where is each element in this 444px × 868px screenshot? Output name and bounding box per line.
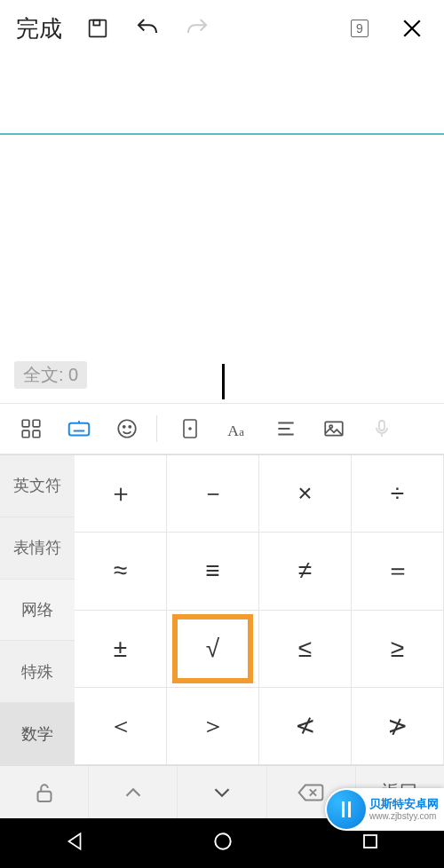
svg-point-9: [129, 426, 131, 428]
svg-rect-5: [33, 430, 40, 438]
format-toolbar: Aa: [0, 403, 444, 454]
watermark-title: 贝斯特安卓网: [369, 798, 439, 810]
nav-recent-icon[interactable]: [360, 831, 381, 856]
svg-text:a: a: [239, 426, 244, 438]
svg-rect-0: [90, 20, 107, 37]
chevron-up-icon[interactable]: [89, 766, 178, 818]
key-4[interactable]: ≈: [75, 533, 167, 610]
key-7[interactable]: ＝: [352, 533, 444, 610]
svg-point-18: [215, 833, 230, 848]
image-icon[interactable]: [310, 417, 358, 440]
watermark-badge: 贝斯特安卓网 www.zjbstyy.com: [325, 788, 444, 831]
key-8[interactable]: ±: [75, 611, 167, 688]
svg-rect-6: [69, 423, 90, 436]
key-12[interactable]: ＜: [75, 688, 167, 765]
grid-icon[interactable]: [7, 417, 55, 440]
key-14[interactable]: ≮: [259, 688, 352, 765]
svg-point-11: [189, 428, 191, 430]
key-3[interactable]: ÷: [352, 455, 444, 533]
nav-home-icon[interactable]: [211, 830, 234, 856]
watermark-url: www.zjbstyy.com: [369, 811, 439, 821]
key-0[interactable]: ＋: [75, 455, 167, 533]
key-grid: ＋－×÷≈≡≠＝±√≤≥＜＞≮≯: [75, 455, 444, 765]
key-5[interactable]: ≡: [167, 533, 259, 610]
lock-icon[interactable]: [0, 766, 89, 818]
category-net[interactable]: 网络: [0, 580, 75, 642]
redo-icon: [174, 15, 220, 42]
svg-rect-4: [22, 430, 29, 438]
top-toolbar: 完成 9: [0, 0, 444, 57]
svg-rect-1: [93, 20, 99, 26]
fullscreen-icon[interactable]: [166, 416, 214, 441]
close-icon[interactable]: [387, 15, 437, 42]
svg-rect-16: [379, 421, 385, 430]
category-math[interactable]: 数学: [0, 703, 75, 765]
key-13[interactable]: ＞: [167, 688, 259, 765]
emoji-icon[interactable]: [103, 417, 151, 440]
editor-area[interactable]: 全文: 0: [0, 57, 444, 403]
undo-icon[interactable]: [124, 15, 170, 42]
svg-point-8: [123, 426, 125, 428]
key-6[interactable]: ≠: [259, 533, 352, 610]
svg-rect-2: [22, 420, 29, 427]
underline: [0, 133, 444, 135]
chevron-down-icon[interactable]: [178, 766, 266, 818]
mic-icon[interactable]: [358, 418, 406, 439]
svg-rect-17: [37, 791, 51, 801]
watermark-logo-icon: [327, 790, 366, 829]
done-button[interactable]: 完成: [7, 13, 71, 44]
category-english[interactable]: 英文符: [0, 455, 75, 517]
svg-rect-3: [33, 420, 40, 427]
svg-text:A: A: [227, 422, 239, 439]
key-10[interactable]: ≤: [259, 611, 352, 688]
key-1[interactable]: －: [167, 455, 259, 533]
key-11[interactable]: ≥: [352, 611, 444, 688]
key-9[interactable]: √: [167, 611, 259, 688]
svg-rect-19: [364, 835, 377, 848]
wordcount-badge: 全文: 0: [14, 361, 87, 389]
key-15[interactable]: ≯: [352, 688, 444, 765]
text-cursor: [222, 364, 225, 399]
page-indicator[interactable]: 9: [336, 20, 384, 37]
svg-point-7: [118, 420, 136, 438]
font-icon[interactable]: Aa: [214, 416, 262, 441]
key-2[interactable]: ×: [259, 455, 352, 533]
align-icon[interactable]: [262, 417, 310, 440]
category-column: 英文符 表情符 网络 特殊 数学: [0, 455, 75, 765]
keyboard-icon[interactable]: [55, 415, 103, 442]
save-icon[interactable]: [75, 16, 121, 41]
symbol-keyboard: 英文符 表情符 网络 特殊 数学 ＋－×÷≈≡≠＝±√≤≥＜＞≮≯: [0, 454, 444, 765]
nav-back-icon[interactable]: [63, 830, 86, 856]
category-special[interactable]: 特殊: [0, 641, 75, 703]
category-emoji[interactable]: 表情符: [0, 517, 75, 580]
